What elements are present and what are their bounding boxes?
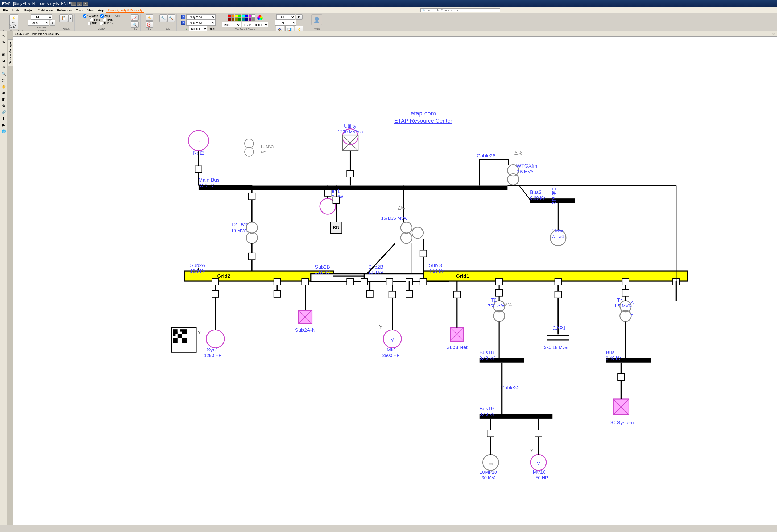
study-view-check1[interactable]: ✓ bbox=[182, 15, 185, 19]
svg-rect-69 bbox=[182, 329, 187, 334]
sidebar-xfmr-icon[interactable]: ⊞ bbox=[1, 51, 7, 57]
sidebar-wire-icon[interactable]: ∿ bbox=[1, 39, 7, 45]
svg-text:△: △ bbox=[630, 299, 635, 306]
tool-btn1[interactable]: 🔧 bbox=[159, 14, 167, 22]
cable-combo[interactable]: Cable Line bbox=[28, 20, 49, 25]
menu-view[interactable]: View bbox=[85, 8, 96, 12]
svg-text:Sub2B: Sub2B bbox=[315, 264, 330, 270]
svg-text:Cable28: Cable28 bbox=[476, 153, 495, 158]
report-btn[interactable]: 📋 bbox=[59, 14, 68, 22]
svg-text:1200 MVAsc: 1200 MVAsc bbox=[338, 129, 363, 134]
study-view-combo2[interactable]: Study View Design View bbox=[186, 20, 216, 25]
normal-combo[interactable]: Normal Alert bbox=[189, 26, 207, 31]
sidebar-layer-icon[interactable]: ◧ bbox=[1, 96, 7, 102]
svg-rect-128 bbox=[535, 430, 542, 436]
study-wizards-group: HA-LF HA-HF ↺ LF-All LF-Custom 🧙 📊 ⚡ Stu… bbox=[271, 14, 308, 31]
svg-text:0.48 kV: 0.48 kV bbox=[479, 356, 495, 361]
svg-text:Sub2A-N: Sub2A-N bbox=[295, 327, 316, 333]
sidebar-motor-icon[interactable]: M bbox=[1, 58, 7, 64]
etap-resource-center: ETAP Resource Center bbox=[394, 118, 452, 124]
sidebar-gen-icon[interactable]: G bbox=[1, 64, 7, 70]
sv-unit-check[interactable] bbox=[83, 14, 87, 18]
minimize-button[interactable]: ─ bbox=[71, 2, 76, 6]
command-search[interactable] bbox=[427, 9, 498, 12]
close-view-btn[interactable]: ✕ bbox=[772, 32, 775, 36]
diagram-svg: etap.com ETAP Resource Center Utility 12… bbox=[13, 37, 777, 520]
sidebar-bus-icon[interactable]: ≡ bbox=[1, 45, 7, 51]
amp-pf-check[interactable] bbox=[100, 14, 104, 18]
menu-project[interactable]: Project bbox=[22, 8, 36, 12]
ha-lf-right-combo[interactable]: HA-LF HA-HF bbox=[276, 14, 295, 20]
sidebar-network-icon[interactable]: 🔗 bbox=[1, 109, 7, 115]
close-button[interactable]: × bbox=[83, 2, 88, 6]
maximize-button[interactable]: □ bbox=[77, 2, 82, 6]
analysis-date: 8/9/2024 bbox=[37, 26, 46, 29]
report-settings-btn[interactable]: ▼ bbox=[69, 14, 73, 22]
analysis-settings-btn[interactable]: ⚙ bbox=[50, 20, 56, 25]
main-bus[interactable] bbox=[199, 186, 508, 190]
sidebar-settings-icon[interactable]: ⚙ bbox=[1, 103, 7, 109]
breadcrumb-bar: Study View | Harmonic Analysis | HA-LF ✕ bbox=[13, 31, 777, 37]
system-manager-tab[interactable]: System Manager bbox=[7, 31, 13, 525]
rms-label: RMS bbox=[94, 18, 100, 21]
sidebar-globe-icon[interactable]: 🌐 bbox=[1, 128, 7, 134]
menu-tools[interactable]: Tools bbox=[74, 8, 85, 12]
menu-references[interactable]: References bbox=[55, 8, 74, 12]
color-wheel[interactable] bbox=[257, 15, 263, 20]
svg-rect-57 bbox=[212, 290, 219, 297]
svg-text:Bus3: Bus3 bbox=[530, 189, 542, 195]
svg-text:Sub2A: Sub2A bbox=[190, 263, 205, 268]
plot-btn1[interactable]: 📈 bbox=[131, 14, 139, 21]
svg-rect-59 bbox=[274, 290, 281, 297]
alert-btn2[interactable]: 🚫 bbox=[145, 21, 153, 28]
svg-text:30 kVA: 30 kVA bbox=[482, 475, 496, 481]
svg-text:Δ%: Δ% bbox=[505, 302, 512, 307]
svg-text:T1: T1 bbox=[390, 210, 396, 215]
svg-rect-162 bbox=[386, 278, 393, 285]
base-combo[interactable]: Base Alternate bbox=[222, 22, 241, 27]
tool-btn2[interactable]: 🔨 bbox=[168, 14, 175, 22]
study-view-check2[interactable]: ✓ bbox=[182, 21, 185, 25]
svg-rect-154 bbox=[496, 278, 503, 285]
search-icon: 🔍 bbox=[422, 9, 426, 12]
rms2-check[interactable] bbox=[103, 18, 106, 21]
svg-text:M: M bbox=[391, 337, 395, 343]
svg-rect-160 bbox=[302, 278, 308, 285]
menu-file[interactable]: File bbox=[1, 8, 10, 12]
svg-text:Bus1: Bus1 bbox=[606, 350, 617, 355]
sidebar-info-icon[interactable]: ℹ bbox=[1, 115, 7, 121]
menu-model[interactable]: Model bbox=[10, 8, 22, 12]
sidebar-pan-icon[interactable]: ✋ bbox=[1, 84, 7, 89]
predict-btn[interactable]: 👤 bbox=[311, 14, 322, 25]
system-manager-label[interactable]: System Manager bbox=[8, 39, 13, 66]
etap-default-combo[interactable]: ETAP (Default) Custom bbox=[242, 22, 268, 27]
svg-rect-110 bbox=[622, 289, 629, 296]
svg-rect-21 bbox=[324, 189, 331, 196]
rms-check[interactable] bbox=[90, 18, 93, 21]
menu-help[interactable]: Help bbox=[96, 8, 106, 12]
thd2-check[interactable] bbox=[100, 22, 103, 25]
svg-text:Y: Y bbox=[379, 324, 382, 330]
svg-rect-25 bbox=[248, 193, 255, 200]
sidebar-pointer-icon[interactable]: ↖ bbox=[1, 32, 7, 38]
sidebar-select-icon[interactable]: ⬚ bbox=[1, 77, 7, 83]
checkmark-icon: ✔ bbox=[186, 27, 188, 30]
study-view-combo1[interactable]: Study View Design View bbox=[186, 14, 216, 20]
svg-text:Y: Y bbox=[530, 447, 534, 453]
pq-mode-button[interactable]: ⚡ Power Quality Mode bbox=[9, 14, 18, 29]
sidebar-run-icon[interactable]: ▶ bbox=[1, 122, 7, 128]
menu-collaborate[interactable]: Collaborate bbox=[36, 8, 55, 12]
svg-text:WTG1: WTG1 bbox=[551, 234, 564, 239]
sidebar-zoom-icon[interactable]: 🔍 bbox=[1, 71, 7, 77]
thd-label: THD bbox=[92, 22, 97, 25]
plot-btn2[interactable]: 🔍 bbox=[131, 21, 139, 28]
svg-text:Cable32: Cable32 bbox=[501, 385, 520, 391]
menu-power-quality[interactable]: Power Quality & Reliability bbox=[106, 8, 144, 13]
thd-check[interactable] bbox=[88, 22, 91, 25]
alert-btn1[interactable]: ⚠ bbox=[145, 14, 153, 21]
sidebar-connect-icon[interactable]: ⊕ bbox=[1, 90, 7, 96]
refresh-btn[interactable]: ↺ bbox=[296, 14, 303, 20]
rms2-label: RMS bbox=[107, 18, 113, 21]
lf-all-combo[interactable]: LF-All LF-Custom bbox=[275, 20, 297, 25]
ha-lf-combo[interactable]: HA-LF HA-HF bbox=[31, 14, 52, 20]
